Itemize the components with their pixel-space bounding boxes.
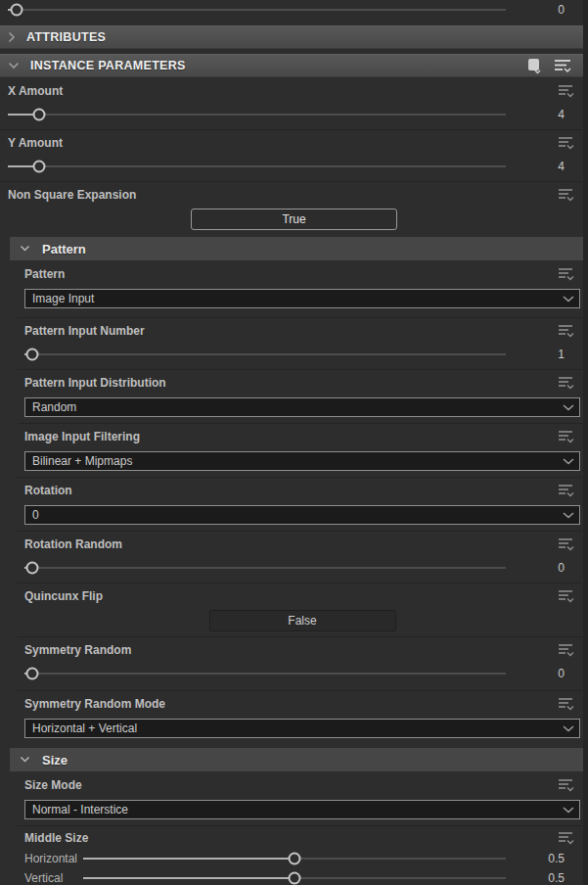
parameter-options-icon[interactable] xyxy=(558,778,575,793)
symmetry-random-mode-select[interactable]: Horizontal + Vertical xyxy=(24,719,580,738)
preset-menu-icon[interactable] xyxy=(553,58,572,73)
param-rotation: Rotation 0 xyxy=(0,477,588,531)
param-pattern-input-distribution: Pattern Input Distribution Random xyxy=(0,369,588,423)
slider-value: 0 xyxy=(506,667,588,680)
slider-value: 0.5 xyxy=(506,871,588,885)
pattern-select[interactable]: Image Input xyxy=(24,289,580,308)
chevron-down-icon xyxy=(20,245,30,253)
size-mode-select[interactable]: Normal - Interstice xyxy=(24,800,580,819)
chevron-right-icon xyxy=(8,31,16,43)
chevron-down-icon xyxy=(563,458,574,465)
chevron-down-icon xyxy=(8,62,20,70)
slider-handle[interactable] xyxy=(11,3,23,16)
chevron-down-icon xyxy=(563,807,574,814)
parameter-options-icon[interactable] xyxy=(558,376,575,391)
slider-value: 0 xyxy=(506,561,588,575)
subsection-header-pattern[interactable]: Pattern xyxy=(10,237,588,260)
parameter-options-icon[interactable] xyxy=(558,589,575,604)
slider-value: 0.5 xyxy=(506,852,588,865)
top-partial-slider-row: 0 xyxy=(0,0,588,21)
chevron-down-icon xyxy=(563,725,574,732)
param-label: Y Amount xyxy=(8,136,63,150)
slider-handle[interactable] xyxy=(33,160,46,172)
section-title: INSTANCE PARAMETERS xyxy=(30,59,186,72)
param-non-square-expansion: Non Square Expansion True xyxy=(0,181,588,233)
param-label: X Amount xyxy=(8,84,63,98)
param-pattern-input-number: Pattern Input Number 1 xyxy=(0,317,588,369)
y-amount-slider[interactable] xyxy=(8,161,506,173)
parameter-options-icon[interactable] xyxy=(558,537,575,552)
parameter-options-icon[interactable] xyxy=(558,697,575,712)
param-label: Rotation Random xyxy=(24,537,122,551)
chevron-down-icon xyxy=(563,512,574,519)
section-header-instance-parameters[interactable]: INSTANCE PARAMETERS xyxy=(0,54,588,77)
slider-value: 0 xyxy=(506,3,588,17)
selected-option: Image Input xyxy=(32,292,94,305)
param-label: Pattern Input Distribution xyxy=(24,376,166,390)
param-label: Pattern Input Number xyxy=(24,324,145,338)
chevron-down-icon xyxy=(563,404,574,411)
x-amount-slider[interactable] xyxy=(8,109,506,121)
subsection-header-size[interactable]: Size xyxy=(10,748,588,771)
slider-handle[interactable] xyxy=(25,348,38,360)
param-pattern: Pattern Image Input xyxy=(0,260,588,317)
axis-label: Horizontal xyxy=(24,852,83,865)
pattern-input-number-slider[interactable] xyxy=(24,349,506,361)
parameter-options-icon[interactable] xyxy=(558,831,575,846)
parameter-options-icon[interactable] xyxy=(558,643,575,658)
preset-bookmark-icon[interactable] xyxy=(526,58,543,74)
subsection-title: Pattern xyxy=(42,242,86,256)
param-symmetry-random: Symmetry Random 0 xyxy=(0,636,588,690)
top-slider[interactable] xyxy=(8,4,506,17)
selected-option: Horizontal + Vertical xyxy=(32,722,137,735)
selected-option: Bilinear + Mipmaps xyxy=(32,454,132,468)
rotation-random-slider[interactable] xyxy=(24,562,506,575)
param-y-amount: Y Amount 4 xyxy=(0,129,588,181)
slider-handle[interactable] xyxy=(289,852,301,864)
section-header-attributes[interactable]: ATTRIBUTES xyxy=(0,25,588,49)
parameter-options-icon[interactable] xyxy=(558,267,575,282)
param-label: Middle Size xyxy=(24,831,88,845)
chevron-down-icon xyxy=(20,756,30,764)
scrollbar-gutter[interactable] xyxy=(583,0,588,885)
pattern-input-distribution-select[interactable]: Random xyxy=(24,397,580,417)
slider-value: 1 xyxy=(506,348,588,361)
param-label: Image Input Filtering xyxy=(24,430,140,443)
middle-size-horizontal-slider[interactable] xyxy=(83,853,506,865)
slider-handle[interactable] xyxy=(33,108,46,120)
param-symmetry-random-mode: Symmetry Random Mode Horizontal + Vertic… xyxy=(0,690,588,744)
slider-handle[interactable] xyxy=(25,667,38,679)
subsection-title: Size xyxy=(42,753,68,768)
parameter-options-icon[interactable] xyxy=(558,484,575,498)
section-title: ATTRIBUTES xyxy=(26,30,106,44)
symmetry-random-slider[interactable] xyxy=(24,668,506,680)
non-square-expansion-toggle[interactable]: True xyxy=(191,209,397,230)
slider-handle[interactable] xyxy=(25,561,38,574)
param-size-mode: Size Mode Normal - Interstice xyxy=(0,771,588,825)
param-quincunx-flip: Quincunx Flip False xyxy=(0,582,588,636)
param-label: Rotation xyxy=(24,484,72,497)
parameter-options-icon[interactable] xyxy=(558,136,575,151)
param-label: Symmetry Random Mode xyxy=(24,697,165,711)
middle-size-vertical-slider[interactable] xyxy=(83,872,506,885)
image-input-filtering-select[interactable]: Bilinear + Mipmaps xyxy=(24,451,580,471)
selected-option: 0 xyxy=(32,508,39,522)
param-label: Symmetry Random xyxy=(24,643,131,657)
parameters-panel: 0 ATTRIBUTES INSTANCE PARAMETERS X Amoun… xyxy=(0,0,588,885)
rotation-select[interactable]: 0 xyxy=(24,505,580,525)
param-rotation-random: Rotation Random 0 xyxy=(0,531,588,582)
parameter-options-icon[interactable] xyxy=(558,188,575,203)
parameter-options-icon[interactable] xyxy=(558,84,575,99)
selected-option: Random xyxy=(32,400,76,414)
param-x-amount: X Amount 4 xyxy=(0,77,588,129)
param-image-input-filtering: Image Input Filtering Bilinear + Mipmaps xyxy=(0,423,588,477)
parameter-options-icon[interactable] xyxy=(558,324,575,339)
parameter-options-icon[interactable] xyxy=(558,430,575,444)
selected-option: Normal - Interstice xyxy=(32,803,128,816)
param-label: Size Mode xyxy=(24,778,82,792)
param-middle-size: Middle Size Horizontal 0.5 Vertical 0.5 xyxy=(0,825,588,885)
quincunx-flip-toggle[interactable]: False xyxy=(209,610,396,631)
slider-handle[interactable] xyxy=(289,871,301,884)
slider-value: 4 xyxy=(506,108,588,121)
slider-value: 4 xyxy=(506,160,588,173)
